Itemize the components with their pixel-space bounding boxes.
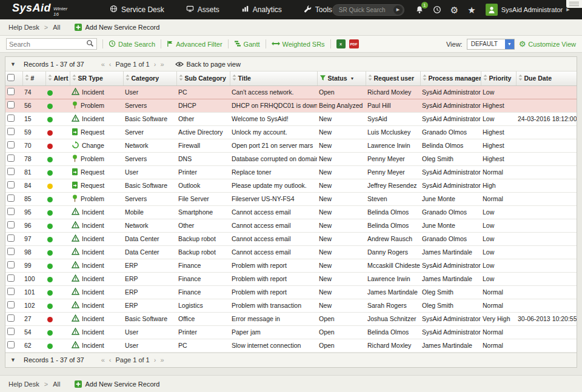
breadcrumb-all[interactable]: All	[53, 380, 60, 388]
title-cell[interactable]: Database corrupted on domain	[230, 152, 317, 165]
pdf-export-icon[interactable]: PDF	[349, 39, 359, 48]
first-page-button[interactable]: «	[101, 356, 105, 364]
row-checkbox[interactable]	[7, 288, 15, 295]
column-header-title[interactable]: Title	[230, 71, 317, 85]
column-header-priority[interactable]: Priority	[481, 71, 516, 85]
sr-row-101[interactable]: 101IncidentERPFinanceProblem with report…	[5, 285, 577, 299]
weighted-srs-button[interactable]: Weighted SRs	[272, 41, 325, 48]
sr-row-59[interactable]: 59RequestServerActive DirectoryUnlock my…	[5, 125, 577, 139]
sr-row-99[interactable]: 99IncidentERPFinanceProblem with reportN…	[5, 259, 577, 272]
collapse-toggle-icon[interactable]: ▼	[10, 61, 24, 67]
row-checkbox[interactable]	[7, 221, 15, 228]
nav-analytics[interactable]: Analytics	[241, 5, 282, 15]
sr-row-98[interactable]: 98IncidentData CenterBackup robotCannot …	[5, 245, 577, 259]
title-cell[interactable]: Problem with report	[230, 259, 317, 272]
breadcrumb-help-desk[interactable]: Help Desk	[8, 24, 39, 31]
sr-row-102[interactable]: 102IncidentERPLogisticsProblem with tran…	[5, 299, 577, 312]
row-checkbox[interactable]	[7, 314, 15, 322]
notifications-bell-icon[interactable]: 1	[415, 5, 424, 14]
sr-row-54[interactable]: 54IncidentUserPrinterPaper jamOpenBelind…	[5, 325, 577, 339]
next-page-button[interactable]: ›	[154, 61, 156, 68]
title-cell[interactable]: Paper jam	[230, 325, 317, 339]
breadcrumb-all[interactable]: All	[53, 24, 60, 31]
column-header-request-user[interactable]: Request user	[366, 71, 420, 85]
title-cell[interactable]: Welcome to SysAid!	[230, 112, 317, 125]
column-header-number[interactable]: #	[22, 71, 45, 85]
view-select-dropdown[interactable]: DEFAULT ▼	[467, 39, 515, 50]
add-new-service-record-button[interactable]: Add New Service Record	[75, 380, 159, 388]
title-cell[interactable]: Please update my outlook.	[230, 179, 317, 192]
title-cell[interactable]: Problem with report	[230, 272, 317, 285]
sr-quick-search-input[interactable]	[339, 7, 393, 13]
row-checkbox[interactable]	[7, 141, 15, 148]
row-checkbox[interactable]	[7, 328, 15, 335]
nav-tools[interactable]: Tools	[304, 5, 332, 15]
sort-icon[interactable]	[72, 75, 76, 82]
excel-export-icon[interactable]: X	[336, 39, 346, 48]
advanced-filter-button[interactable]: Advanced Filter	[167, 40, 222, 48]
collapse-toggle-icon[interactable]: ▼	[10, 357, 24, 363]
sr-row-70[interactable]: 70ChangeNetworkFirewallOpen port 21 on s…	[5, 139, 577, 152]
row-checkbox[interactable]	[7, 208, 15, 215]
sr-row-81[interactable]: 81RequestUserPrinterReplace tonerNewPenn…	[5, 165, 577, 179]
row-checkbox[interactable]	[7, 261, 15, 268]
add-new-service-record-button[interactable]: Add New Service Record	[75, 24, 159, 31]
sr-row-62[interactable]: 62IncidentUserPCSlow internet connection…	[5, 339, 577, 352]
sr-row-74[interactable]: 74IncidentUserPCCan't access network.Ope…	[5, 85, 577, 99]
settings-gear-icon[interactable]: ⚙	[450, 5, 458, 15]
prev-page-button[interactable]: ‹	[109, 61, 112, 68]
row-checkbox[interactable]	[7, 274, 15, 282]
corner-panel-icon[interactable]	[566, 0, 582, 8]
sr-row-56[interactable]: 56ProblemServersDHCPDHCP on FRHQDC01 is …	[5, 99, 577, 112]
column-header-due-date[interactable]: Due Date	[516, 71, 577, 85]
sr-row-85[interactable]: 85ProblemServersFile ServerFileserver US…	[5, 192, 577, 205]
nav-service-desk[interactable]: Service Desk	[110, 5, 164, 15]
status-filter-funnel-icon[interactable]	[319, 75, 326, 82]
sr-row-15[interactable]: 15IncidentBasic SoftwareOtherWelcome to …	[5, 112, 577, 125]
row-checkbox[interactable]	[7, 301, 15, 308]
column-header-status[interactable]: Status▼	[317, 71, 366, 85]
title-cell[interactable]: Replace toner	[230, 165, 317, 179]
sort-icon[interactable]	[518, 75, 523, 82]
status-filter-caret-icon[interactable]: ▼	[350, 76, 355, 81]
sr-row-84[interactable]: 84RequestBasic SoftwareOutlookPlease upd…	[5, 179, 577, 192]
search-magnifier-icon[interactable]	[86, 39, 94, 48]
column-header-process-manager[interactable]: Process manager	[420, 71, 481, 85]
title-cell[interactable]: Fileserver US-NY-FS4	[230, 192, 317, 205]
sort-icon[interactable]	[232, 75, 236, 82]
column-header-sub-category[interactable]: Sub Category	[176, 71, 230, 85]
row-checkbox[interactable]	[7, 154, 15, 162]
recent-items-clock-icon[interactable]	[433, 5, 441, 14]
row-checkbox[interactable]	[7, 248, 15, 255]
title-cell[interactable]: Unlock my account.	[230, 125, 317, 139]
column-header-alert[interactable]: Alert	[45, 71, 70, 85]
sysaid-logo[interactable]: SysAid Winter 16	[12, 2, 67, 18]
last-page-button[interactable]: »	[160, 61, 164, 68]
column-header-sr-type[interactable]: SR Type	[70, 71, 123, 85]
title-cell[interactable]: Cannot access email	[230, 245, 317, 259]
sr-row-95[interactable]: 95IncidentMobileSmartphoneCannot access …	[5, 205, 577, 219]
row-checkbox[interactable]	[7, 341, 15, 348]
back-to-page-view-button[interactable]: Back to page view	[175, 61, 241, 68]
row-checkbox[interactable]	[7, 88, 15, 95]
title-cell[interactable]: Error message in	[230, 312, 317, 325]
breadcrumb-help-desk[interactable]: Help Desk	[8, 380, 39, 388]
first-page-button[interactable]: «	[101, 61, 105, 68]
sort-icon[interactable]	[48, 75, 52, 82]
sr-row-100[interactable]: 100IncidentERPFinanceProblem with report…	[5, 272, 577, 285]
row-checkbox[interactable]	[7, 101, 15, 108]
next-page-button[interactable]: ›	[154, 356, 156, 364]
row-checkbox[interactable]	[7, 234, 15, 242]
date-search-button[interactable]: Date Search	[109, 40, 155, 48]
user-menu[interactable]: SysAid Administrator ▶	[486, 4, 570, 16]
sr-row-78[interactable]: 78ProblemServersDNSDatabase corrupted on…	[5, 152, 577, 165]
sort-icon[interactable]	[423, 75, 427, 82]
sort-icon[interactable]	[25, 75, 29, 82]
last-page-button[interactable]: »	[160, 356, 164, 364]
sr-row-96[interactable]: 96IncidentNetworkOtherCannot access emai…	[5, 219, 577, 232]
sr-row-27[interactable]: 27IncidentBasic SoftwareOfficeError mess…	[5, 312, 577, 325]
column-header-category[interactable]: Category	[123, 71, 176, 85]
title-cell[interactable]: Open port 21 on server mars	[230, 139, 317, 152]
nav-assets[interactable]: Assets	[186, 5, 219, 15]
quick-search-go-icon[interactable]: ▶	[393, 5, 403, 15]
